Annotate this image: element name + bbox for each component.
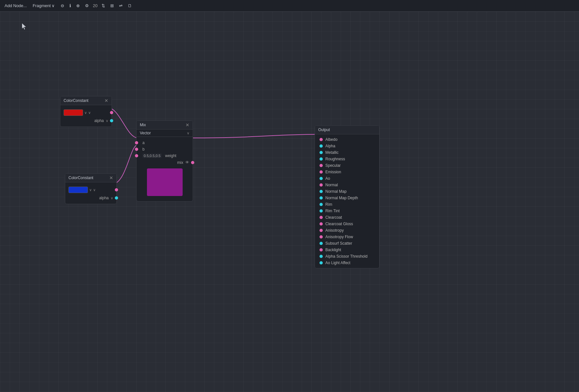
output-port-label-clearcoat-gloss: Clearcoat Gloss bbox=[325, 222, 353, 226]
output-port-label-emission: Emission bbox=[325, 170, 341, 174]
mix-type-chevron[interactable]: ∨ bbox=[187, 131, 189, 135]
mix-weight-row: 0.5,0.5,0.5 weight bbox=[137, 153, 193, 159]
output-port-dot-anisotropy-flow[interactable] bbox=[320, 235, 323, 239]
output-port-row: Anisotropy bbox=[315, 227, 379, 234]
output-port-label-alpha-scissor-threshold: Alpha Scissor Threshold bbox=[325, 254, 368, 259]
output-port-dot-alpha-scissor-threshold[interactable] bbox=[320, 255, 323, 258]
output-port-dot-rim-tint[interactable] bbox=[320, 209, 323, 213]
color-constant-2-body: ∨ ∨ alpha ∨ bbox=[65, 182, 116, 204]
output-port-label-anisotropy-flow: Anisotropy Flow bbox=[325, 235, 353, 239]
mix-close[interactable]: ✕ bbox=[186, 123, 189, 127]
alpha-port-2[interactable] bbox=[115, 196, 118, 200]
swatch-arrow-2[interactable]: ∨ bbox=[89, 188, 92, 192]
info-button[interactable]: ℹ bbox=[68, 3, 72, 9]
color-out-port-1[interactable] bbox=[110, 111, 113, 114]
output-port-dot-ao-light-affect[interactable] bbox=[320, 261, 323, 264]
output-port-dot-ao[interactable] bbox=[320, 177, 323, 180]
output-port-row: Alpha bbox=[315, 143, 379, 149]
color-constant-1-header: ColorConstant ✕ bbox=[60, 96, 112, 105]
mix-port-a-in[interactable] bbox=[135, 141, 138, 144]
color-swatch-2[interactable] bbox=[68, 187, 88, 193]
alpha-row-1: alpha ∨ bbox=[60, 117, 112, 124]
output-node: Output AlbedoAlphaMetallicRoughnessSpecu… bbox=[315, 125, 380, 268]
fragment-dropdown[interactable]: Fragment ∨ bbox=[31, 3, 57, 9]
output-port-dot-metallic[interactable] bbox=[320, 151, 323, 154]
settings-button[interactable]: ⚙ bbox=[84, 3, 90, 9]
output-port-dot-anisotropy[interactable] bbox=[320, 229, 323, 232]
output-port-dot-normal-map-depth[interactable] bbox=[320, 196, 323, 200]
eye-icon[interactable]: 👁 bbox=[185, 160, 189, 165]
canvas: ColorConstant ✕ ∨ ∨ alpha ∨ ColorConstan… bbox=[0, 12, 579, 392]
output-port-row: Clearcoat bbox=[315, 214, 379, 221]
color-constant-1-close[interactable]: ✕ bbox=[104, 98, 108, 103]
output-header: Output bbox=[315, 126, 379, 134]
output-port-label-metallic: Metallic bbox=[325, 150, 339, 155]
output-port-row: Normal Map Depth bbox=[315, 195, 379, 201]
output-port-dot-rim[interactable] bbox=[320, 203, 323, 206]
output-port-dot-clearcoat[interactable] bbox=[320, 216, 323, 219]
mix-body: a b 0.5,0.5,0.5 weight mix 👁 bbox=[137, 137, 193, 201]
alpha-port-1[interactable] bbox=[110, 119, 113, 122]
output-port-label-subsurf-scatter: Subsurf Scatter bbox=[325, 241, 352, 246]
mix-title: Mix bbox=[140, 123, 146, 127]
output-body: AlbedoAlphaMetallicRoughnessSpecularEmis… bbox=[315, 134, 379, 268]
up-down-button[interactable]: ⇅ bbox=[100, 3, 106, 9]
alpha-arrow-1[interactable]: ∨ bbox=[106, 119, 108, 123]
zoom-in-button[interactable]: ⊕ bbox=[75, 3, 81, 9]
align-button[interactable]: ⇌ bbox=[118, 3, 124, 9]
mix-port-b-row: b bbox=[137, 146, 193, 153]
swatch-down-2[interactable]: ∨ bbox=[93, 188, 96, 192]
mix-a-label: a bbox=[142, 141, 145, 145]
output-port-label-ao: Ao bbox=[325, 176, 330, 181]
swatch-down-1[interactable]: ∨ bbox=[88, 111, 91, 115]
zoom-level: 20 bbox=[93, 3, 97, 8]
mix-b-label: b bbox=[142, 147, 145, 152]
output-port-row: Rim Tint bbox=[315, 208, 379, 214]
add-node-button[interactable]: Add Node... bbox=[3, 3, 28, 9]
output-port-dot-emission[interactable] bbox=[320, 170, 323, 174]
alpha-row-2: alpha ∨ bbox=[65, 195, 116, 201]
color-constant-2-close[interactable]: ✕ bbox=[109, 176, 113, 180]
output-port-row: Normal Map bbox=[315, 188, 379, 195]
alpha-label-2: alpha bbox=[99, 196, 109, 200]
mix-out-row: mix 👁 bbox=[137, 159, 193, 166]
color-swatch-row-2: ∨ ∨ bbox=[65, 185, 116, 195]
fragment-label: Fragment bbox=[33, 3, 51, 8]
mix-port-a-row: a bbox=[137, 140, 193, 146]
mix-weight-in[interactable] bbox=[135, 154, 138, 157]
color-constant-2-header: ColorConstant ✕ bbox=[65, 174, 116, 182]
color-swatch-1[interactable] bbox=[64, 109, 83, 116]
output-port-dot-normal-map[interactable] bbox=[320, 190, 323, 193]
output-port-dot-specular[interactable] bbox=[320, 164, 323, 167]
alpha-arrow-2[interactable]: ∨ bbox=[111, 196, 113, 200]
mix-out-label: mix bbox=[177, 160, 183, 165]
mix-type-label: Vector bbox=[140, 131, 151, 135]
swatch-arrow-1[interactable]: ∨ bbox=[84, 111, 87, 115]
output-port-label-clearcoat: Clearcoat bbox=[325, 215, 342, 220]
output-port-dot-alpha[interactable] bbox=[320, 144, 323, 148]
output-port-row: Normal bbox=[315, 182, 379, 188]
output-port-dot-backlight[interactable] bbox=[320, 248, 323, 251]
output-port-dot-clearcoat-gloss[interactable] bbox=[320, 222, 323, 226]
minus-button[interactable]: ⊖ bbox=[59, 3, 66, 9]
output-port-dot-normal[interactable] bbox=[320, 183, 323, 187]
file-button[interactable]: 🗋 bbox=[127, 3, 133, 9]
mix-type-row: Vector ∨ bbox=[137, 129, 193, 137]
color-constant-node-2: ColorConstant ✕ ∨ ∨ alpha ∨ bbox=[65, 173, 117, 204]
output-port-label-backlight: Backlight bbox=[325, 248, 341, 252]
output-port-row: Anisotropy Flow bbox=[315, 234, 379, 240]
output-port-row: Subsurf Scatter bbox=[315, 240, 379, 247]
color-constant-node-1: ColorConstant ✕ ∨ ∨ alpha ∨ bbox=[60, 96, 112, 127]
mix-out-port[interactable] bbox=[191, 161, 194, 164]
output-port-row: Backlight bbox=[315, 247, 379, 253]
mix-node: Mix ✕ Vector ∨ a b 0.5,0.5,0.5 weight bbox=[136, 120, 193, 202]
output-port-row: Emission bbox=[315, 169, 379, 175]
output-port-dot-albedo[interactable] bbox=[320, 138, 323, 141]
output-port-label-anisotropy: Anisotropy bbox=[325, 228, 344, 233]
output-port-dot-roughness[interactable] bbox=[320, 157, 323, 161]
grid-button[interactable]: ⊞ bbox=[109, 3, 115, 9]
output-port-label-normal-map-depth: Normal Map Depth bbox=[325, 196, 358, 200]
color-out-port-2[interactable] bbox=[115, 188, 118, 191]
output-port-dot-subsurf-scatter[interactable] bbox=[320, 242, 323, 245]
mix-port-b-in[interactable] bbox=[135, 148, 138, 151]
